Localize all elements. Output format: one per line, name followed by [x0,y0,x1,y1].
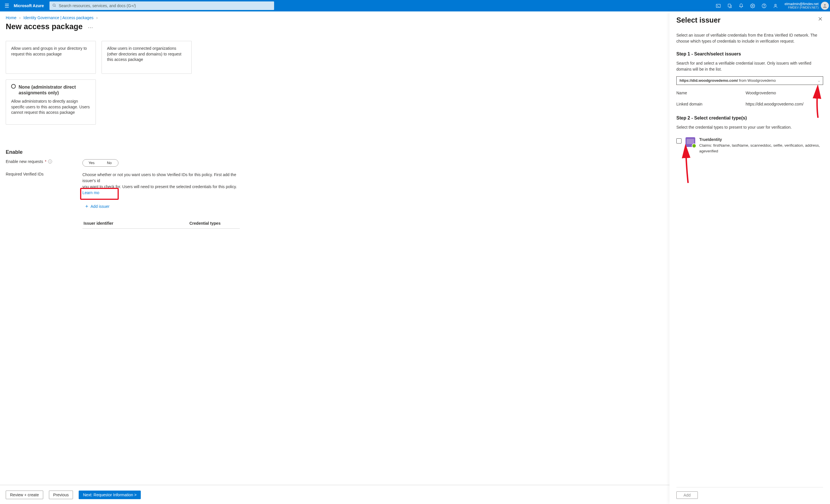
user-info-text: elmadmin@fimdev.net FIMDEV (FIMDEV.NET) [785,2,819,9]
domain-value: https://did.woodgrovedemo.com/ [745,101,803,107]
issuer-table-header: Issuer identifier Credential types [83,218,240,229]
chevron-right-icon: › [96,15,98,20]
user-email: elmadmin@fimdev.net [785,2,819,6]
cloud-shell-icon[interactable] [712,0,724,11]
close-icon [818,16,823,21]
svg-rect-2 [716,4,720,7]
breadcrumb-home[interactable]: Home [6,15,16,20]
panel-title: Select issuer [676,16,721,24]
global-search-field[interactable] [50,1,274,10]
dropdown-value: https://did.woodgrovedemo.com/ from Wood… [679,78,776,83]
dropdown-suffix: from Woodgrovedemo [738,78,776,82]
breadcrumb-identity-governance[interactable]: Identity Governance | Access packages [24,15,94,20]
issuer-table: Issuer identifier Credential types [83,218,240,229]
select-issuer-panel: Select issuer Select an issuer of verifi… [670,11,830,504]
panel-footer: Add [676,487,823,504]
step1-heading: Step 1 - Search/select issuers [676,51,823,58]
directories-icon[interactable] [724,0,735,11]
card-body: Allow users and groups in your directory… [11,46,90,57]
col-credential-types: Credential types [189,221,221,226]
card-body: Allow users in connected organizations (… [107,46,186,63]
info-icon[interactable]: i [48,160,52,164]
notifications-bell-icon[interactable] [735,0,747,11]
col-issuer-identifier: Issuer identifier [84,221,189,226]
svg-point-8 [774,4,776,6]
desc-line2: you want to check for. Users will need t… [83,184,237,189]
page-title: New access package [6,22,83,31]
chevron-right-icon: › [19,15,21,20]
review-create-button[interactable]: Review + create [6,491,43,499]
more-actions-icon[interactable]: ⋯ [88,24,93,31]
close-panel-button[interactable] [818,16,823,23]
panel-description: Select an issuer of verifiable credentia… [676,32,823,44]
card-title-text: None (administrator direct assignments o… [19,84,90,96]
required-verified-ids-label: Required Verified IDs [6,172,83,176]
issuer-dropdown[interactable]: https://did.woodgrovedemo.com/ from Wood… [676,76,823,85]
toggle-no[interactable]: No [100,160,118,166]
domain-label: Linked domain [676,101,745,107]
azure-top-bar: ☰ Microsoft Azure elmadmin@fimdev.net [0,0,830,11]
svg-point-0 [53,4,55,6]
verified-ids-description: Choose whether or not you want users to … [83,172,240,196]
credential-claims: Claims: firstName, lastName, scanneddoc,… [699,143,823,155]
user-tenant: FIMDEV (FIMDEV.NET) [785,6,819,9]
card-directory-users[interactable]: Allow users and groups in your directory… [6,41,96,74]
avatar-icon [821,2,829,10]
card-connected-orgs[interactable]: Allow users in connected organizations (… [102,41,192,74]
svg-rect-4 [728,4,731,7]
panel-body: Select an issuer of verifiable credentia… [676,24,823,484]
plus-icon: + [85,204,88,209]
credential-checkbox[interactable] [676,138,681,143]
issuer-name-row: Name Woodgrovedemo [676,90,823,96]
name-label: Name [676,90,745,96]
help-icon[interactable] [758,0,770,11]
card-body: Allow administrators to directly assign … [11,99,90,115]
previous-button[interactable]: Previous [49,491,73,499]
credential-card-icon [685,137,695,147]
radio-icon [11,84,16,89]
toggle-yes[interactable]: Yes [83,160,100,166]
svg-point-5 [752,5,753,6]
step1-description: Search for and select a verifiable crede… [676,60,823,72]
credential-title: TrueIdentity [699,137,823,143]
verified-ids-config: Choose whether or not you want users to … [83,172,240,229]
svg-line-1 [55,6,56,7]
card-title: None (administrator direct assignments o… [11,84,90,96]
feedback-icon[interactable] [770,0,781,11]
settings-gear-icon[interactable] [747,0,758,11]
add-issuer-button[interactable]: + Add issuer [83,203,113,210]
search-input[interactable] [59,3,271,8]
enable-new-requests-label: Enable new requests * i [6,159,83,164]
card-none-admin-only[interactable]: None (administrator direct assignments o… [6,79,96,125]
hamburger-menu-icon[interactable]: ☰ [0,3,14,9]
chevron-down-icon: ⌵ [818,78,820,83]
dropdown-url: https://did.woodgrovedemo.com/ [679,78,738,82]
next-button[interactable]: Next: Requestor Information > [79,491,141,499]
panel-header: Select issuer [676,16,823,24]
add-issuer-label: Add issuer [91,204,109,209]
step2-heading: Step 2 - Select credential type(s) [676,114,823,122]
label-text: Enable new requests [6,159,43,164]
step2-description: Select the credential types to present t… [676,124,823,130]
top-icon-tray: elmadmin@fimdev.net FIMDEV (FIMDEV.NET) [712,0,830,11]
issuer-domain-row: Linked domain https://did.woodgrovedemo.… [676,101,823,107]
panel-add-button[interactable]: Add [676,492,698,499]
name-value: Woodgrovedemo [745,90,776,96]
search-icon [52,3,56,8]
credential-row-trueidentity: TrueIdentity Claims: firstName, lastName… [676,137,823,155]
azure-brand[interactable]: Microsoft Azure [14,3,44,8]
svg-point-9 [824,4,826,6]
required-asterisk: * [45,159,46,164]
desc-line1: Choose whether or not you want users to … [83,172,236,183]
user-account-menu[interactable]: elmadmin@fimdev.net FIMDEV (FIMDEV.NET) [781,0,830,11]
learn-more-link[interactable]: Learn mo [83,191,99,195]
yes-no-toggle[interactable]: Yes No [83,159,119,167]
credential-text: TrueIdentity Claims: firstName, lastName… [699,137,823,155]
